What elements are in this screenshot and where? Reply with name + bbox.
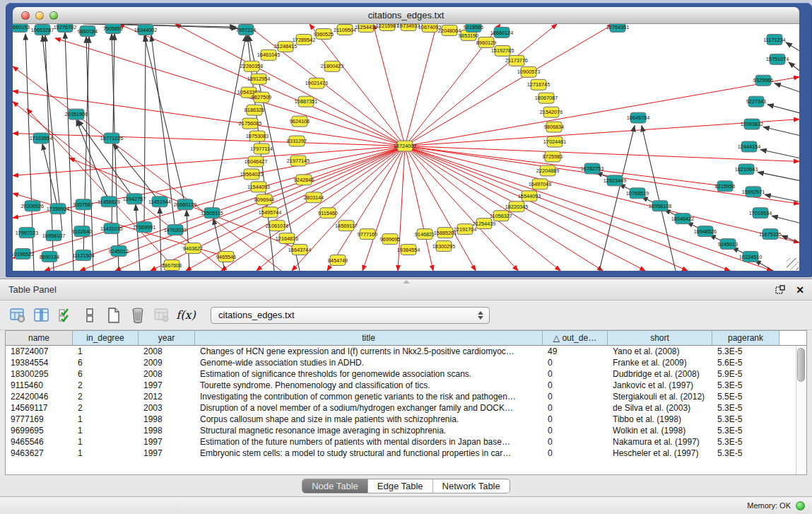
graph-node[interactable]: 8096944 — [254, 194, 274, 205]
graph-edge[interactable] — [775, 83, 799, 92]
select-rows-check-icon[interactable] — [55, 305, 76, 326]
graph-node[interactable]: 12764351 — [606, 24, 629, 32]
graph-node[interactable]: 18660124 — [490, 27, 513, 37]
graph-edge[interactable] — [55, 38, 405, 146]
graph-node[interactable]: 16461045 — [257, 49, 280, 60]
graph-node[interactable]: 11056327 — [490, 211, 512, 221]
tab-network-table[interactable]: Network Table — [433, 479, 510, 493]
graph-edge[interactable] — [760, 149, 799, 158]
graph-node[interactable]: 21109504 — [334, 24, 356, 35]
graph-node[interactable]: 9860184 — [78, 25, 98, 36]
graph-node[interactable]: 18220345 — [505, 201, 528, 212]
graph-node[interactable]: 12164816 — [276, 233, 298, 244]
graph-node[interactable]: 9777169 — [358, 229, 377, 240]
graph-node[interactable]: 9218586 — [464, 24, 483, 32]
graph-node[interactable]: 17024461 — [543, 136, 566, 147]
graph-node[interactable]: 15192785 — [491, 45, 514, 56]
table-select-dropdown[interactable]: citations_edges.txt — [211, 307, 490, 324]
graph-node[interactable]: 15692971 — [742, 187, 765, 197]
table-row[interactable]: 977716911998Corpus callosum shape and si… — [6, 414, 806, 425]
tab-edge-table[interactable]: Edge Table — [367, 479, 433, 493]
graph-node[interactable]: 21248415 — [274, 41, 297, 52]
table-row[interactable]: 1872400712008Changes of HCN gene express… — [6, 346, 806, 357]
graph-node[interactable]: 16782753 — [581, 163, 604, 174]
close-panel-icon[interactable]: ✕ — [792, 282, 808, 298]
graph-edge[interactable] — [42, 144, 58, 209]
graph-node[interactable]: 20351906 — [65, 109, 88, 119]
graph-node[interactable]: 16948526 — [694, 226, 717, 237]
column-header-short[interactable]: short — [608, 331, 712, 345]
column-header-pagerank[interactable]: pagerank — [712, 331, 779, 345]
delete-table-icon[interactable] — [127, 305, 148, 326]
graph-node[interactable]: 22260358 — [240, 61, 263, 71]
graph-edge[interactable] — [599, 126, 635, 271]
graph-node[interactable]: 8725983 — [543, 151, 563, 162]
graph-node[interactable]: 14569117 — [335, 221, 358, 231]
graph-node[interactable]: 11431035 — [100, 223, 123, 234]
graph-node[interactable]: 19021476 — [305, 78, 328, 88]
graph-node[interactable]: 20206526 — [21, 201, 44, 211]
graph-node[interactable]: 15751074 — [766, 54, 789, 64]
graph-edge[interactable] — [758, 172, 799, 180]
graph-node[interactable]: 21542076 — [540, 107, 563, 117]
graph-node[interactable]: 7905859 — [103, 24, 123, 33]
graph-node[interactable]: 11254439 — [355, 24, 377, 32]
graph-node[interactable]: 8454749 — [328, 255, 348, 266]
graph-node[interactable]: 9102640 — [72, 226, 92, 237]
graph-node[interactable]: 21173776 — [505, 55, 528, 66]
column-header-out_de[interactable]: △ out_de… — [543, 331, 608, 345]
graph-node[interactable]: 10900573 — [517, 66, 540, 77]
graph-node[interactable]: 9360525 — [314, 28, 334, 39]
graph-node[interactable]: 9242848 — [294, 175, 314, 185]
graph-node[interactable]: 16497048 — [529, 179, 551, 189]
graph-node[interactable]: 12716745 — [527, 79, 550, 90]
table-row[interactable]: 1830029562008Estimation of significance … — [6, 368, 806, 380]
window-titlebar[interactable]: citations_edges.txt — [13, 7, 799, 24]
graph-node[interactable]: 8331297 — [287, 136, 307, 146]
function-icon[interactable]: f(x) — [175, 305, 196, 326]
graph-node[interactable]: 9806834 — [544, 122, 564, 132]
graph-node[interactable]: 13505115 — [201, 208, 223, 218]
graph-node[interactable]: 9227343 — [746, 96, 766, 107]
graph-edge[interactable] — [13, 146, 405, 259]
graph-edge[interactable] — [13, 134, 405, 146]
column-header-in_degree[interactable]: in_degree — [73, 331, 139, 345]
graph-node[interactable]: 9245012 — [109, 246, 129, 257]
graph-node[interactable]: 9397587 — [73, 199, 93, 210]
graph-node[interactable]: 15495744 — [259, 207, 281, 218]
graph-node[interactable]: 20660139 — [174, 199, 196, 210]
graph-edge[interactable] — [786, 42, 799, 51]
graph-node[interactable]: 16344002 — [134, 24, 157, 35]
graph-node[interactable]: 17977114 — [250, 144, 273, 154]
graph-node[interactable]: 8690134 — [40, 252, 59, 262]
graph-node[interactable]: 18753083 — [246, 131, 269, 141]
float-panel-icon[interactable] — [772, 282, 788, 298]
graph-node[interactable]: 18912954 — [247, 74, 270, 84]
graph-node[interactable]: 12093832 — [741, 119, 763, 129]
graph-node[interactable]: 22204889 — [536, 165, 559, 176]
graph-edge[interactable] — [405, 146, 688, 271]
graph-node[interactable]: 11171234 — [763, 34, 785, 45]
graph-node[interactable]: 21800423 — [321, 61, 343, 71]
graph-node[interactable]: 19734933 — [397, 24, 420, 30]
row-height-icon[interactable] — [79, 305, 100, 326]
graph-edge[interactable] — [160, 207, 161, 271]
graph-node[interactable]: 15885201 — [434, 228, 457, 238]
graph-node[interactable]: 16958108 — [649, 201, 671, 211]
graph-node[interactable]: 10224510 — [739, 252, 762, 262]
tab-node-table[interactable]: Node Table — [302, 479, 367, 493]
column-header-title[interactable]: title — [195, 331, 543, 345]
graph-node[interactable]: 19384554 — [397, 245, 420, 255]
graph-node[interactable]: 12444154 — [738, 141, 760, 152]
graph-node[interactable]: 8186328 — [245, 105, 264, 115]
graph-node[interactable]: 2867608 — [162, 260, 182, 271]
graph-edge[interactable] — [83, 37, 89, 255]
graph-node[interactable]: 16210643 — [735, 164, 758, 175]
graph-edge[interactable] — [763, 127, 799, 136]
graph-node[interactable]: 9624108 — [290, 116, 310, 127]
graph-edge[interactable] — [405, 146, 518, 271]
graph-edge[interactable] — [765, 194, 799, 201]
graph-node[interactable]: 7957224 — [236, 24, 256, 35]
table-row[interactable]: 969969511998Structural magnetic resonanc… — [6, 425, 806, 436]
graph-edge[interactable] — [119, 24, 405, 146]
